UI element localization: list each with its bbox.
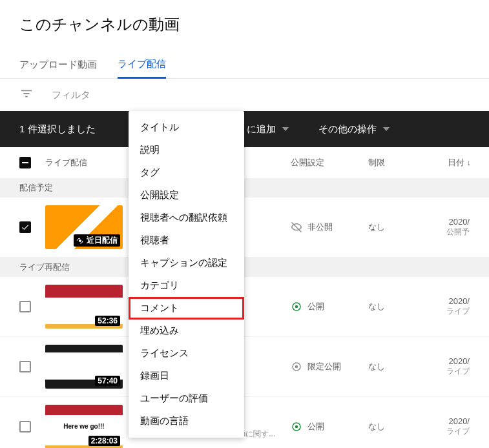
restriction-cell: なし	[368, 301, 433, 312]
svg-point-0	[79, 239, 81, 242]
svg-point-4	[295, 365, 298, 369]
edit-field-menu-item[interactable]: 埋め込み	[129, 320, 244, 342]
add-to-menu[interactable]: に追加	[247, 123, 289, 136]
visibility-public-icon	[291, 301, 302, 312]
add-to-label: に追加	[247, 123, 276, 136]
visibility-label: 非公開	[307, 221, 333, 233]
selection-count: 1 件選択しました	[19, 123, 96, 136]
tab-uploads[interactable]: アップロード動画	[19, 52, 97, 78]
edit-field-menu-item[interactable]: 視聴者への翻訳依頼	[129, 207, 244, 229]
select-all-checkbox[interactable]	[19, 157, 31, 168]
more-actions-label: その他の操作	[318, 123, 377, 136]
row-checkbox[interactable]	[19, 221, 31, 233]
edit-field-menu-item[interactable]: ユーザーの評価	[129, 387, 244, 410]
column-header-row: ライブ配信 公開設定 制限 日付 ↓	[0, 147, 489, 178]
bulk-action-bar: 1 件選択しました に追加 その他の操作	[0, 111, 489, 147]
section-upcoming: 配信予定	[0, 178, 489, 198]
section-rebroadcast: ライブ再配信	[0, 258, 489, 277]
video-thumbnail[interactable]: 52:36	[45, 285, 123, 329]
column-header-restriction[interactable]: 制限	[368, 157, 433, 168]
date-cell: 2020/ 公開予	[433, 217, 470, 238]
filter-label[interactable]: フィルタ	[52, 89, 90, 101]
edit-field-menu-item[interactable]: コメント	[129, 297, 244, 320]
video-thumbnail[interactable]: 57:40	[45, 345, 123, 389]
video-thumbnail[interactable]: Here we go!!! 2:28:03	[45, 405, 123, 448]
column-header-visibility[interactable]: 公開設定	[291, 157, 368, 168]
svg-point-6	[295, 425, 298, 429]
chevron-down-icon	[383, 127, 390, 131]
duration-badge: 57:40	[95, 376, 120, 386]
table-row[interactable]: 52:36 UG #9 ンライン SAの荒木... 公開 なし 2020/ライブ	[0, 277, 489, 337]
edit-field-menu-item[interactable]: 録画日	[129, 365, 244, 387]
edit-field-menu-item[interactable]: 動画の言語	[129, 410, 244, 433]
page-title: このチャンネルの動画	[0, 0, 489, 35]
edit-field-menu-item[interactable]: タイトル	[129, 116, 244, 139]
date-cell: 2020/ライブ	[433, 356, 470, 377]
row-checkbox[interactable]	[19, 361, 31, 372]
edit-field-menu: タイトル説明タグ公開設定視聴者への翻訳依頼視聴者キャプションの認定カテゴリコメン…	[129, 111, 244, 438]
tabs: アップロード動画 ライブ配信	[0, 52, 489, 79]
more-actions-menu[interactable]: その他の操作	[318, 123, 390, 136]
filter-bar: フィルタ	[0, 79, 489, 111]
date-cell: 2020/ライブ	[433, 416, 470, 437]
visibility-unlisted-icon	[291, 361, 302, 372]
tab-live[interactable]: ライブ配信	[118, 52, 166, 79]
visibility-off-icon	[291, 221, 302, 233]
visibility-label: 限定公開	[307, 361, 341, 372]
edit-field-menu-item[interactable]: 公開設定	[129, 184, 244, 207]
row-checkbox[interactable]	[19, 301, 31, 312]
upcoming-badge: 近日配信	[74, 234, 120, 247]
video-thumbnail[interactable]: 近日配信	[45, 205, 123, 249]
duration-badge: 52:36	[95, 316, 120, 326]
edit-field-menu-item[interactable]: ライセンス	[129, 342, 244, 365]
restriction-cell: なし	[368, 221, 433, 233]
visibility-label: 公開	[307, 421, 324, 433]
visibility-public-icon	[291, 421, 302, 433]
visibility-label: 公開	[307, 301, 324, 312]
column-header-date[interactable]: 日付 ↓	[433, 157, 470, 168]
filter-icon[interactable]	[19, 87, 34, 103]
restriction-cell: なし	[368, 361, 433, 372]
edit-field-menu-item[interactable]: キャプションの認定	[129, 252, 244, 274]
table-row[interactable]: 57:40 限定公開 なし 2020/ライブ	[0, 337, 489, 397]
table-row[interactable]: 近日配信 非公開 なし 2020/ 公開予	[0, 198, 489, 258]
duration-badge: 2:28:03	[88, 436, 120, 446]
table-row[interactable]: Here we go!!! 2:28:03 WS Scho... Fin-JAW…	[0, 397, 489, 448]
edit-field-menu-item[interactable]: 説明	[129, 139, 244, 161]
edit-field-menu-item[interactable]: タグ	[129, 161, 244, 184]
row-checkbox[interactable]	[19, 421, 31, 433]
edit-field-menu-item[interactable]: カテゴリ	[129, 274, 244, 297]
edit-field-menu-item[interactable]: 視聴者	[129, 229, 244, 252]
svg-point-2	[295, 305, 298, 309]
restriction-cell: なし	[368, 421, 433, 433]
date-cell: 2020/ライブ	[433, 296, 470, 317]
chevron-down-icon	[282, 127, 289, 131]
